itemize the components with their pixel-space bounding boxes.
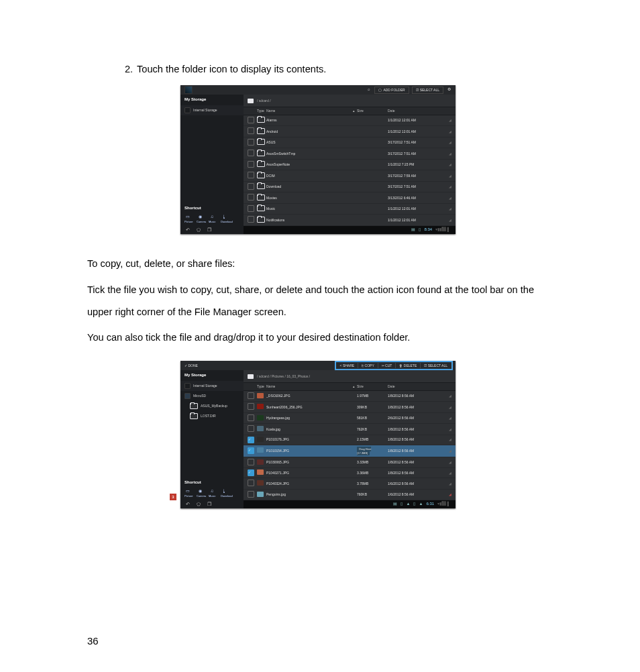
shortcut-music[interactable]: ♫Music <box>209 215 215 223</box>
file-size: 3.33MB <box>357 460 388 465</box>
share-button[interactable]: < SHARE <box>337 363 359 369</box>
checkbox[interactable] <box>248 139 254 146</box>
folder-icon <box>257 161 265 167</box>
checkbox[interactable] <box>248 480 254 486</box>
thumbnail-icon <box>257 447 264 453</box>
thumbnail-icon <box>257 469 264 475</box>
checkbox[interactable] <box>248 161 254 168</box>
table-row[interactable]: Music1/1/2012 12:01 AM◢ <box>244 204 456 215</box>
table-row[interactable]: Android1/1/2012 12:01 AM◢ <box>244 126 456 137</box>
sidebar-item-internal-storage[interactable]: Internal Storage <box>180 381 244 391</box>
folder-icon <box>257 194 265 201</box>
file-date: 1/1/2012 12:01 AM <box>388 129 445 134</box>
shortcut-row: ▭Picture ◉Camera ♫Music ⭳Download <box>180 213 244 225</box>
folder-icon <box>257 183 265 189</box>
recent-icon[interactable]: ❐ <box>207 227 211 233</box>
table-row[interactable]: AsusSmSwitchTmp3/17/2012 7:51 AM◢ <box>244 148 456 160</box>
delete-button[interactable]: 🗑 DELETE <box>396 363 421 369</box>
file-date: 1/1/2012 7:23 PM <box>388 162 445 167</box>
sidebar-item-microsd[interactable]: MicroSD <box>180 391 244 401</box>
file-list-panel: / sdcard / Type Name ▴ Size Date Alarms1… <box>244 95 456 234</box>
checkbox[interactable] <box>248 414 254 421</box>
file-date: 2/6/2012 8:56 AM <box>388 416 445 421</box>
file-date: 1/8/2012 8:56 AM <box>388 427 445 432</box>
back-icon[interactable]: ↶ <box>186 501 190 507</box>
table-row[interactable]: P1040324.JPG3.78MB1/6/2012 8:56 AM◢ <box>244 478 456 490</box>
table-row[interactable]: P1030065.JPG3.33MB1/8/2012 8:56 AM◢ <box>244 457 456 469</box>
table-row[interactable]: Notifications1/1/2012 12:01 AM◢ <box>244 215 456 226</box>
table-row[interactable]: _DSC6062.JPG1.97MB1/8/2012 8:56 AM◢ <box>244 391 456 402</box>
back-icon[interactable]: ↶ <box>186 227 190 233</box>
table-row[interactable]: DCIM3/17/2012 7:59 AM◢ <box>244 170 456 182</box>
sidebar-item-internal-storage[interactable]: Internal Storage <box>180 105 244 115</box>
recent-icon[interactable]: ❐ <box>207 501 211 507</box>
checkbox[interactable]: ✓ <box>248 469 254 476</box>
checkbox[interactable] <box>248 183 254 190</box>
folder-icon <box>190 413 198 419</box>
copy-button[interactable]: ⎘ COPY <box>358 363 378 369</box>
checkbox[interactable] <box>248 127 254 134</box>
drag-count-badge: 3 <box>169 493 177 501</box>
file-name: Penguins.jpg <box>266 492 350 497</box>
select-all-button[interactable]: ☑ SELECT ALL <box>421 363 451 369</box>
shortcut-camera[interactable]: ◉Camera <box>197 489 203 498</box>
checkbox[interactable] <box>248 403 254 410</box>
shortcut-picture[interactable]: ▭Picture <box>184 489 191 498</box>
top-bar: ⌕ ▢ADD FOLDER ☑SELECT ALL ⚙ <box>180 85 456 95</box>
checkbox[interactable] <box>248 392 254 399</box>
checkbox[interactable] <box>248 172 254 178</box>
file-name: P1040271.JPG <box>266 471 350 475</box>
checkbox[interactable] <box>248 117 254 123</box>
thumbnail-icon <box>257 480 264 486</box>
file-size: 3.78MB <box>357 482 388 486</box>
table-row[interactable]: Alarms1/1/2012 12:01 AM◢ <box>244 115 456 127</box>
checkbox[interactable] <box>248 205 254 212</box>
done-button[interactable]: ✓ DONE <box>184 363 198 368</box>
settings-icon[interactable]: ⚙ <box>446 87 451 93</box>
checkbox[interactable] <box>248 150 254 156</box>
file-size: 581KB <box>357 416 388 421</box>
checkbox[interactable] <box>248 216 254 223</box>
shortcut-camera[interactable]: ◉Camera <box>197 215 203 223</box>
file-name: Sunheart2006_256.JPG <box>266 405 350 410</box>
table-row[interactable]: ASUS3/17/2012 7:51 AM◢ <box>244 137 456 149</box>
add-folder-button[interactable]: ▢ADD FOLDER <box>374 87 409 94</box>
checkbox[interactable] <box>248 194 254 201</box>
table-row[interactable]: Penguins.jpg760KB1/6/2012 8:56 AM◢ <box>244 490 456 501</box>
select-all-button[interactable]: ☑SELECT ALL <box>412 87 443 94</box>
search-icon[interactable]: ⌕ <box>366 87 372 93</box>
file-size: 760KB <box>357 492 388 497</box>
checkbox[interactable] <box>248 459 254 465</box>
breadcrumb[interactable]: / sdcard / <box>244 95 456 107</box>
table-row[interactable]: ✓P1040271.JPG3.36MB1/8/2012 8:56 AM◢ <box>244 468 456 478</box>
table-row[interactable]: Movies3/13/2012 6:46 AM◢ <box>244 192 456 204</box>
table-row[interactable]: ✓P1010154.JPGDrag Here (17.3MB)1/8/2012 … <box>244 445 456 457</box>
shortcut-music[interactable]: ♫Music <box>209 489 215 498</box>
shortcut-download[interactable]: ⭳Download <box>221 215 227 223</box>
storage-icon <box>184 107 191 113</box>
file-name: P1030065.JPG <box>266 460 350 465</box>
home-icon[interactable]: ⬠ <box>197 227 201 233</box>
file-name: Alarms <box>266 118 350 123</box>
table-row[interactable]: ✓P1010176.JPG2.15MB1/8/2012 8:56 AM◢ <box>244 435 456 445</box>
shortcut-picture[interactable]: ▭Picture <box>184 215 191 223</box>
file-name: Download <box>266 184 350 189</box>
breadcrumb[interactable]: / sdcard / Pictures / 16_03_Photos / <box>244 370 456 382</box>
screenshot-2: ✓ DONE < SHARE ⎘ COPY ✂ CUT 🗑 DELETE ☑ S… <box>180 361 456 508</box>
table-row[interactable]: Koala.jpg762KB1/8/2012 8:56 AM◢ <box>244 424 456 435</box>
table-row[interactable]: Download3/17/2012 7:51 AM◢ <box>244 182 456 193</box>
shortcut-download[interactable]: ⭳Download <box>221 489 227 498</box>
table-row[interactable]: Hydrangeas.jpg581KB2/6/2012 8:56 AM◢ <box>244 413 456 425</box>
table-row[interactable]: AsusSuperNote1/1/2012 7:23 PM◢ <box>244 160 456 171</box>
file-date: 1/8/2012 8:56 AM <box>388 405 445 410</box>
checkbox[interactable]: ✓ <box>248 437 254 443</box>
cut-button[interactable]: ✂ CUT <box>378 363 396 369</box>
checkbox[interactable] <box>248 491 254 498</box>
checkbox[interactable]: ✓ <box>248 447 254 454</box>
sidebar-item-mybackup[interactable]: ASUS_MyBackup <box>180 401 244 411</box>
checkbox[interactable] <box>248 425 254 432</box>
home-icon[interactable]: ⬠ <box>197 501 201 507</box>
sidebar-item-lostdir[interactable]: LOST.DIR <box>180 411 244 421</box>
table-row[interactable]: Sunheart2006_256.JPG309KB1/8/2012 8:56 A… <box>244 402 456 413</box>
file-name: P1040324.JPG <box>266 482 350 486</box>
